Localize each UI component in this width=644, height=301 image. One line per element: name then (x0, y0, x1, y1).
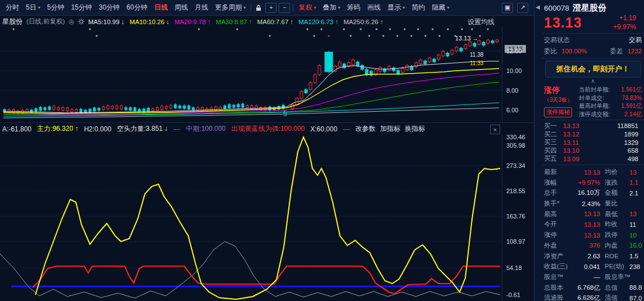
tool-button-叠加[interactable]: 叠加▾ (320, 2, 344, 13)
price-axis-label: 8.00 (506, 87, 518, 94)
tool-button-显示[interactable]: 显示▾ (384, 2, 409, 13)
candlestick-chart[interactable]: ****************************** 13.13 → 1… (0, 27, 534, 122)
stat-label: 股息™ (544, 272, 573, 282)
stat-value: 1.1 (629, 177, 644, 188)
ma-settings-button[interactable]: 设置均线 (468, 17, 495, 27)
order-book-row[interactable]: 买四13.10658 (544, 147, 642, 155)
svg-text:*: * (269, 34, 271, 40)
order-book-qty: 658 (628, 147, 642, 154)
indicator-button-加指标[interactable]: 加指标 (380, 124, 400, 134)
order-book-qty: 118851 (617, 122, 642, 129)
stat-label: 外盘 (544, 240, 573, 251)
period-button-60分钟[interactable]: 60分钟 (123, 2, 151, 13)
ma-legend-item: MA30:8.87 ↑ (216, 19, 252, 25)
tool-button-简约[interactable]: 简约 (409, 2, 429, 13)
indicator-axis: 330.46305.98273.34218.55163.76108.9754.1… (502, 135, 534, 301)
limit-up-secret-button[interactable]: 涨停揭秘 (544, 107, 572, 117)
indicator-button-换指标[interactable]: 换指标 (405, 124, 425, 134)
tool-button-label: 隐藏 (432, 3, 446, 12)
order-book-qty: 1329 (624, 139, 642, 146)
indicator-chart[interactable]: 330.46305.98273.34218.55163.76108.9754.1… (0, 135, 534, 301)
collapse-ad-icon[interactable]: ∧ (542, 79, 644, 84)
close-indicator-icon[interactable]: × (490, 125, 500, 134)
order-book-row[interactable]: 买二13.121899 (544, 130, 642, 139)
candlestick-svg: ****************************** (0, 27, 502, 122)
tool-button-画线[interactable]: 画线 (364, 2, 384, 13)
period-toolbar: 分时5日▾5分钟15分钟30分钟60分钟日线周线月线更多周期▾ + − 复权▾叠… (0, 0, 534, 16)
period-button-分时[interactable]: 分时 (2, 2, 22, 13)
chevron-down-icon: ▾ (447, 5, 450, 10)
stat-value: 2.1 (629, 188, 644, 199)
compass-icon[interactable]: ◎ (69, 18, 74, 25)
period-button-30分钟[interactable]: 30分钟 (96, 2, 123, 13)
order-book-price: 13.11 (563, 139, 590, 146)
indicator-value: A:-61.800 (2, 125, 31, 133)
stat-value: 13.13 (573, 220, 605, 230)
svg-text:*: * (328, 34, 330, 40)
stat-label: 收益(三) (544, 261, 573, 272)
limit-up-stat-value: 1.591亿 (621, 102, 642, 109)
tool-buttons: 复权▾叠加▾筹码画线显示▾简约隐藏▾ (295, 2, 452, 13)
ma-legend-item: MA20:9.78 ↑ (175, 19, 211, 25)
indicator-button-改参数[interactable]: 改参数 (355, 124, 375, 134)
period-button-周线[interactable]: 周线 (171, 2, 191, 13)
order-book-row[interactable]: 买五13.09498 (544, 155, 642, 163)
quote-panel-inner: 600078 澄星股份 13.13 +1.19 +9.97% 交易状态 交易 委… (542, 0, 644, 301)
stat-label: 最新 (544, 167, 573, 177)
period-button-日线[interactable]: 日线 (151, 2, 171, 13)
indicator-axis-label: -0.61 (506, 291, 520, 298)
tool-button-label: 叠加 (323, 3, 337, 12)
inline-price-label-yellow: 11.33 (470, 60, 483, 66)
collapse-panel-icon[interactable]: ◀ (536, 4, 540, 10)
order-book-qty: 1899 (624, 131, 642, 138)
gear-icon[interactable] (78, 19, 84, 25)
limit-up-stat-row: 涨停成交额:2.14亿 (579, 111, 642, 117)
svg-text:*: * (479, 34, 481, 40)
chevron-down-icon: ▾ (403, 5, 405, 10)
stat-label: 流通股 (544, 293, 573, 301)
period-button-更多周期[interactable]: 更多周期▾ (211, 2, 249, 13)
stat-label: 流值 (605, 293, 629, 301)
price-change: +1.19 (619, 14, 636, 23)
stat-value: 13.13 (573, 230, 605, 240)
limit-up-stat-row: 当前封单额:1.561亿 (579, 86, 642, 93)
stat-value: 13 (629, 209, 644, 220)
stat-value: 376 (573, 240, 605, 251)
stat-label: ROE (605, 251, 629, 262)
tool-button-复权[interactable]: 复权▾ (295, 2, 319, 13)
price-block: 13.13 +1.19 +9.97% (542, 13, 644, 34)
toolbar-divider (251, 4, 251, 12)
period-button-5日[interactable]: 5日▾ (22, 2, 44, 13)
order-book-level: 买三 (544, 138, 563, 147)
stat-value: 88.8 (629, 282, 644, 293)
order-book-level: 买一 (544, 122, 563, 130)
indicator-axis-label: 273.34 (506, 162, 525, 169)
price-change-block: +1.19 +9.97% (613, 14, 636, 31)
limit-up-stat-value: 73.83% (622, 94, 642, 101)
indicator-axis-label: 330.46 (506, 134, 525, 140)
order-book-row[interactable]: 买一13.13118851 (544, 122, 642, 130)
period-button-15分钟[interactable]: 15分钟 (67, 2, 95, 13)
tool-button-隐藏[interactable]: 隐藏▾ (429, 2, 453, 13)
price-axis-label: 6.00 (506, 107, 518, 113)
zoom-out-button[interactable]: − (279, 3, 290, 13)
order-book-qty: 498 (628, 156, 642, 162)
expand-window-icon[interactable]: ↗ (517, 3, 528, 13)
tool-button-筹码[interactable]: 筹码 (344, 2, 364, 13)
period-button-月线[interactable]: 月线 (191, 2, 211, 13)
order-book-row[interactable]: 买三13.111329 (544, 138, 642, 147)
ma-legend-item: MA250:6.26 ↑ (343, 19, 383, 25)
lock-icon[interactable] (256, 4, 261, 11)
chart-mode-label: (日线,前复权) (26, 17, 65, 26)
indicator-buttons: 改参数加指标换指标 (355, 124, 425, 134)
stat-value (629, 198, 644, 209)
period-button-label: 日线 (154, 3, 167, 12)
indicator-value: 中期:100.000 (186, 124, 226, 134)
restore-window-icon[interactable]: ▣ (502, 3, 513, 13)
stat-value: 16.0 (629, 240, 644, 251)
indicator-svg (0, 135, 502, 301)
zoom-in-button[interactable]: + (265, 3, 276, 13)
open-account-ad-link[interactable]: 抓住机会，即刻开户！ (545, 61, 641, 77)
period-button-5分钟[interactable]: 5分钟 (44, 2, 68, 13)
svg-text:*: * (89, 28, 91, 34)
